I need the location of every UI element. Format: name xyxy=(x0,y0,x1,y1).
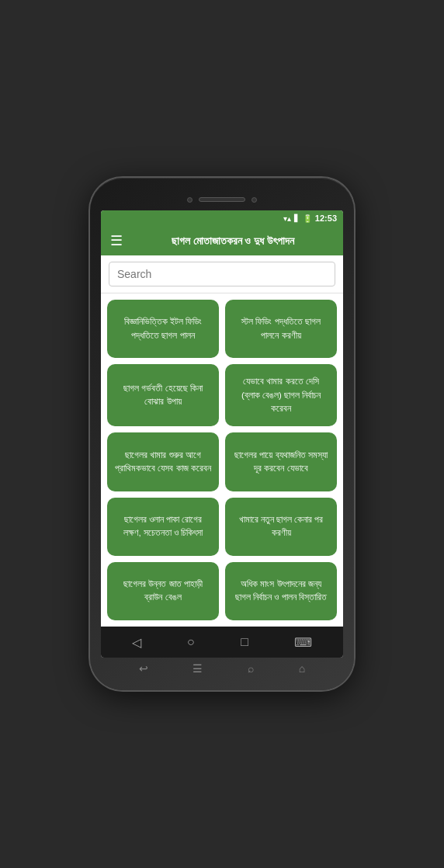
battery-icon: 🔋 xyxy=(303,214,312,223)
grid-item-text-7: ছাগেলর ওলান পাকা রোগের লক্ষণ, সচেতনতা ও … xyxy=(115,513,211,540)
phone-device: ▾▴ ▋ 🔋 12:53 ☰ ছাগল মোতাজাতকরন ও দুধ উৎপ… xyxy=(90,178,354,690)
bottom-search-icon[interactable]: ⌕ xyxy=(248,662,254,675)
grid-item-8[interactable]: খামারে নতুন ছাগল কেনার পর করণীয় xyxy=(225,498,337,556)
camera-dot-right xyxy=(251,197,257,203)
grid-item-6[interactable]: ছাগেলর পায়ে ব্যথাজনিত সমস্যা দূর করবেন … xyxy=(225,432,337,491)
grid-item-9[interactable]: ছাগেলর উন্নত জাত পাহাড়ী ব্রাউন বেঙল xyxy=(107,562,219,620)
status-time: 12:53 xyxy=(315,214,337,223)
keyboard-nav-icon[interactable]: ⌨ xyxy=(294,635,312,650)
grid-item-text-2: স্টল ফিডিং পদ্ধতিতে ছাগল পালনে করণীয় xyxy=(233,315,329,342)
recent-nav-icon[interactable]: □ xyxy=(241,635,248,649)
grid-item-4[interactable]: যেভাবে খামার করতে দেসি (ব্লাক বেঙল) ছাগল… xyxy=(225,364,337,426)
grid-item-text-4: যেভাবে খামার করতে দেসি (ব্লাক বেঙল) ছাগল… xyxy=(233,375,329,415)
grid-item-2[interactable]: স্টল ফিডিং পদ্ধতিতে ছাগল পালনে করণীয় xyxy=(225,300,337,358)
grid-item-text-3: ছাগল গর্ভবতী হেয়েছে কিনা বোঝার উপায় xyxy=(115,382,211,409)
grid-item-7[interactable]: ছাগেলর ওলান পাকা রোগের লক্ষণ, সচেতনতা ও … xyxy=(107,498,219,556)
grid-item-text-6: ছাগেলর পায়ে ব্যথাজনিত সমস্যা দূর করবেন … xyxy=(233,449,329,476)
grid-item-3[interactable]: ছাগল গর্ভবতী হেয়েছে কিনা বোঝার উপায় xyxy=(107,364,219,426)
grid-item-text-10: অধিক মাংস উৎপাদনের জন্য ছাগল নির্বাচন ও … xyxy=(233,578,329,605)
search-bar-container xyxy=(101,255,343,293)
status-bar: ▾▴ ▋ 🔋 12:53 xyxy=(101,210,343,226)
grid-item-10[interactable]: অধিক মাংস উৎপাদনের জন্য ছাগল নির্বাচন ও … xyxy=(225,562,337,620)
grid-item-5[interactable]: ছাগেলর খামার শুরুর আগে প্রাথিমকভাবে যেসব… xyxy=(107,432,219,491)
camera-dot xyxy=(187,197,193,203)
grid-item-text-5: ছাগেলর খামার শুরুর আগে প্রাথিমকভাবে যেসব… xyxy=(115,449,211,476)
wifi-icon: ▾▴ xyxy=(283,214,291,223)
nav-bar: ◁ ○ □ ⌨ xyxy=(101,627,343,658)
app-title: ছাগল মোতাজাতকরন ও দুধ উৎপাদন xyxy=(132,234,334,248)
phone-bottom-bar: ↩ ☰ ⌕ ⌂ xyxy=(101,658,343,679)
phone-top-bar xyxy=(101,189,343,210)
signal-icon: ▋ xyxy=(294,214,300,222)
status-icons: ▾▴ ▋ 🔋 12:53 xyxy=(283,214,337,223)
grid-item-text-1: বিজ্ঞানিভিত্তিক ইটল ফিডিং পদ্ধতিতে ছাগল … xyxy=(115,315,211,342)
grid-container: বিজ্ঞানিভিত্তিক ইটল ফিডিং পদ্ধতিতে ছাগল … xyxy=(101,293,343,627)
phone-screen: ▾▴ ▋ 🔋 12:53 ☰ ছাগল মোতাজাতকরন ও দুধ উৎপ… xyxy=(101,210,343,658)
bottom-back-icon[interactable]: ↩ xyxy=(139,662,148,675)
back-nav-icon[interactable]: ◁ xyxy=(132,635,141,650)
grid-item-text-9: ছাগেলর উন্নত জাত পাহাড়ী ব্রাউন বেঙল xyxy=(115,578,211,605)
app-header: ☰ ছাগল মোতাজাতকরন ও দুধ উৎপাদন xyxy=(101,226,343,255)
hamburger-icon[interactable]: ☰ xyxy=(110,234,123,248)
speaker-bar xyxy=(199,197,245,202)
grid-item-text-8: খামারে নতুন ছাগল কেনার পর করণীয় xyxy=(233,513,329,540)
search-input[interactable] xyxy=(109,262,335,286)
home-nav-icon[interactable]: ○ xyxy=(187,635,195,649)
bottom-menu-icon[interactable]: ☰ xyxy=(193,662,203,675)
bottom-home-icon[interactable]: ⌂ xyxy=(299,662,305,675)
grid-item-1[interactable]: বিজ্ঞানিভিত্তিক ইটল ফিডিং পদ্ধতিতে ছাগল … xyxy=(107,300,219,358)
